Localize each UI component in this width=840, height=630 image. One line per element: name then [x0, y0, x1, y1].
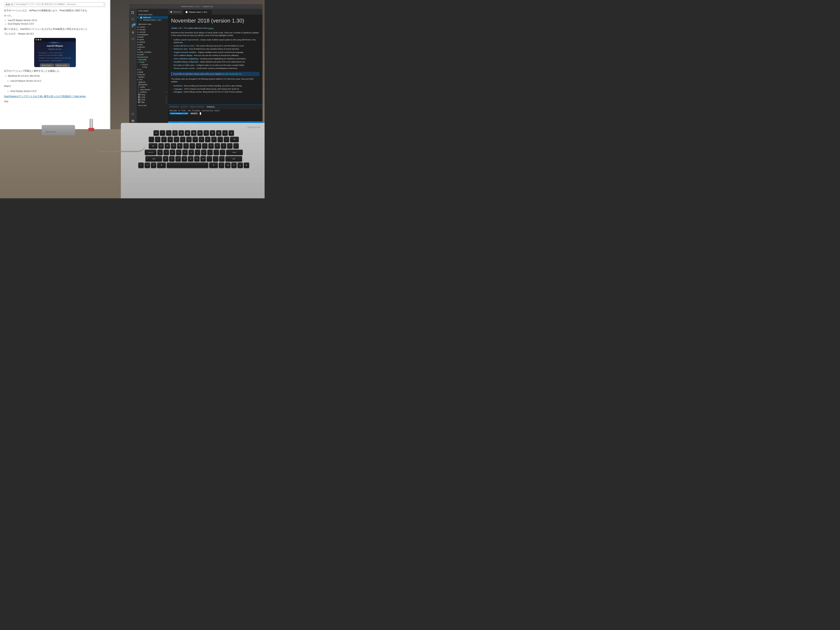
tree-static[interactable]: ▶static: [137, 71, 168, 73]
key-0[interactable]: 0: [211, 137, 217, 142]
key-4[interactable]: 4: [174, 137, 179, 142]
key-lbracket[interactable]: [: [221, 143, 226, 148]
key-slash[interactable]: /: [219, 156, 224, 161]
key-f2[interactable]: ☀: [166, 130, 172, 136]
tab-debug-console[interactable]: DEBUG CONSOLE: [190, 106, 204, 108]
tree-textlintrc[interactable]: ℰ .textlintrcU: [137, 91, 168, 93]
key-f11[interactable]: 🔉: [222, 130, 228, 136]
key-s[interactable]: S: [164, 150, 169, 155]
key-y[interactable]: Y: [189, 143, 195, 148]
tree-cache[interactable]: ▶cache: [137, 38, 168, 41]
key-tab[interactable]: tab: [149, 143, 158, 148]
tree-img[interactable]: ▶img: [137, 66, 168, 68]
key-z[interactable]: Z: [163, 156, 168, 161]
key-5[interactable]: 5: [180, 137, 185, 142]
issues-link[interactable]: issues: [208, 27, 213, 29]
key-1[interactable]: 1: [155, 137, 160, 142]
tree-gitmodules[interactable]: .gitmodules: [137, 83, 168, 86]
key-a[interactable]: A: [157, 150, 163, 155]
key-esc[interactable]: esc: [153, 130, 159, 136]
key-cmd-right[interactable]: ⌘: [209, 163, 218, 168]
key-w[interactable]: W: [164, 143, 170, 148]
tree-node-modules[interactable]: ▶node_modules: [137, 51, 168, 53]
key-left[interactable]: ◀: [225, 163, 231, 168]
blog-link[interactable]: Duet Displayがアップデートされて使い勝手が戻ったので再度紹介！Cal…: [4, 95, 106, 98]
tree-netlify[interactable]: ℰ .netlify: [137, 86, 168, 88]
tree-source[interactable]: ▼source: [137, 63, 168, 66]
key-f12[interactable]: 🔊: [229, 130, 234, 136]
key-f8[interactable]: ⏯: [204, 130, 209, 136]
key-7[interactable]: 7: [193, 137, 198, 142]
key-period[interactable]: .: [213, 156, 218, 161]
tree-forestry[interactable]: ▶.forestry: [137, 28, 168, 31]
key-f9[interactable]: ⏭: [210, 130, 215, 136]
tree-layouts[interactable]: ▶layouts: [137, 46, 168, 48]
key-r[interactable]: R: [177, 143, 183, 148]
scm-activity-icon[interactable]: 40: [130, 23, 136, 28]
key-n[interactable]: N: [194, 156, 200, 161]
tree-2png[interactable]: 🖼 2.pngU: [137, 98, 168, 101]
key-9[interactable]: 9: [205, 137, 210, 142]
key-k[interactable]: K: [201, 150, 207, 155]
tab-output[interactable]: OUTPUT: [181, 106, 188, 108]
address-bar[interactable]: Duet Displayがアップデートされて使い勝手が戻ったので再度紹介！Cal…: [14, 3, 104, 6]
cursor[interactable]: [200, 112, 201, 115]
key-j[interactable]: J: [195, 150, 200, 155]
key-l[interactable]: L: [207, 150, 213, 155]
tree-archetypes[interactable]: ▶archetypes: [137, 33, 168, 36]
tree-ruleconfig[interactable]: ruleConfig: [137, 58, 168, 61]
key-f[interactable]: F: [176, 150, 182, 155]
tab-problems[interactable]: PROBLEMS: [170, 106, 179, 108]
key-m[interactable]: M: [201, 156, 206, 161]
key-f3[interactable]: ⊞: [172, 130, 178, 136]
key-u[interactable]: U: [196, 143, 201, 148]
key-d[interactable]: D: [170, 150, 175, 155]
key-2[interactable]: 2: [161, 137, 167, 142]
key-comma[interactable]: ,: [207, 156, 212, 161]
key-p[interactable]: P: [215, 143, 220, 148]
key-f1[interactable]: ☀: [160, 130, 165, 136]
key-rbracket[interactable]: ]: [227, 143, 232, 148]
tree-ruby-version[interactable]: ℰ .ruby-version: [137, 88, 168, 91]
key-v[interactable]: V: [182, 156, 187, 161]
forward-button[interactable]: ▶: [8, 3, 10, 6]
key-f10[interactable]: 🔇: [216, 130, 221, 136]
key-b[interactable]: B: [188, 156, 193, 161]
account-activity-icon[interactable]: [130, 112, 136, 117]
key-spacebar[interactable]: [167, 163, 208, 168]
tree-lib[interactable]: ▶lib: [137, 48, 168, 51]
extensions-activity-icon[interactable]: [130, 37, 136, 42]
tree-0png[interactable]: 🖼 0.png: [137, 93, 168, 96]
key-f6[interactable]: ⌨: [191, 130, 196, 136]
key-equals[interactable]: =: [224, 137, 229, 142]
key-shift-left[interactable]: shift: [145, 156, 162, 161]
key-ctrl[interactable]: ctrl: [145, 163, 150, 168]
key-x[interactable]: X: [169, 156, 175, 161]
tree-src[interactable]: ▶src: [137, 68, 168, 71]
tree-themes[interactable]: ▶themes: [137, 73, 168, 76]
tree-public[interactable]: ▶public: [137, 53, 168, 56]
tree-script[interactable]: ▼script: [137, 61, 168, 63]
key-t[interactable]: T: [183, 143, 189, 148]
key-g[interactable]: G: [182, 150, 188, 155]
debug-activity-icon[interactable]: [130, 30, 136, 35]
key-q[interactable]: Q: [158, 143, 164, 148]
tree-resources[interactable]: ▶resources: [137, 56, 168, 58]
key-8[interactable]: 8: [199, 137, 204, 142]
tree-build[interactable]: ▶build: [137, 36, 168, 38]
key-c[interactable]: C: [175, 156, 181, 161]
key-backslash[interactable]: \: [233, 143, 239, 148]
key-e[interactable]: E: [171, 143, 176, 148]
key-cmd-left[interactable]: ⌘: [157, 163, 166, 168]
key-delete[interactable]: ⌫: [230, 137, 239, 142]
tree-data[interactable]: ▶data: [137, 43, 168, 46]
system-report-button[interactable]: System Report...: [40, 63, 54, 67]
key-minus[interactable]: -: [218, 137, 223, 142]
tree-3jpg[interactable]: 🖼 3.jpgU: [137, 101, 168, 103]
key-down[interactable]: ▼: [231, 163, 237, 168]
back-button[interactable]: ◀: [6, 3, 7, 6]
refresh-button[interactable]: ↺: [11, 3, 13, 6]
key-i[interactable]: I: [202, 143, 207, 148]
tab-close-button[interactable]: ×: [208, 11, 209, 13]
key-f4[interactable]: 🔍: [178, 130, 184, 136]
